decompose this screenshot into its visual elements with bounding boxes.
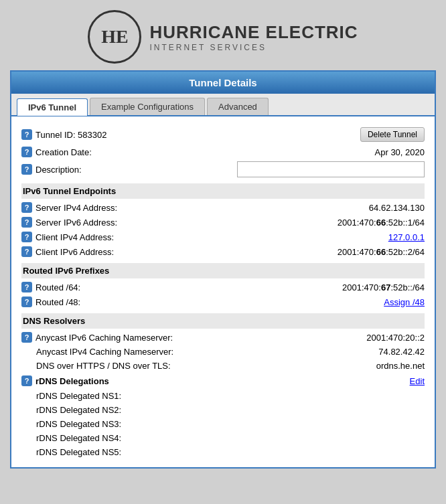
routed64-bold: 67 bbox=[381, 282, 390, 292]
description-row: ? Description: bbox=[21, 159, 425, 179]
server-ipv4-label-group: ? Server IPv4 Address: bbox=[21, 202, 369, 213]
rdns-info-icon[interactable]: ? bbox=[21, 375, 32, 386]
logo-subtitle: INTERNET SERVICES bbox=[149, 43, 358, 52]
rdns-ns4-row: rDNS Delegated NS4: bbox=[21, 431, 425, 445]
anycast-ipv4-row: Anycast IPv4 Caching Nameserver: 74.82.4… bbox=[21, 345, 425, 359]
anycast-ipv6-label: Anycast IPv6 Caching Nameserver: bbox=[35, 333, 173, 343]
routed48-label-group: ? Routed /48: bbox=[21, 297, 384, 307]
tab-ipv6-tunnel[interactable]: IPv6 Tunnel bbox=[17, 98, 88, 116]
routed64-row: ? Routed /64: 2001:470:67:52b::/64 bbox=[21, 280, 425, 295]
server-ipv6-info-icon[interactable]: ? bbox=[21, 217, 32, 228]
client-ipv6-label-group: ? Client IPv6 Address: bbox=[21, 246, 338, 257]
rdns-ns1-label: rDNS Delegated NS1: bbox=[36, 391, 121, 401]
creation-date-label-group: ? Creation Date: bbox=[21, 147, 375, 157]
creation-date-info-icon[interactable]: ? bbox=[21, 147, 32, 157]
content-area: ? Tunnel ID: 583302 Delete Tunnel ? Crea… bbox=[11, 116, 435, 467]
rdns-ns3-row: rDNS Delegated NS3: bbox=[21, 417, 425, 431]
server-ipv4-info-icon[interactable]: ? bbox=[21, 202, 32, 213]
creation-date-label: Creation Date: bbox=[35, 147, 92, 157]
client-ipv4-row: ? Client IPv4 Address: 127.0.0.1 bbox=[21, 230, 425, 244]
tunnel-id-label-group: ? Tunnel ID: 583302 bbox=[21, 129, 360, 140]
client-ipv4-label: Client IPv4 Address: bbox=[35, 232, 114, 242]
rdns-header-label: rDNS Delegations bbox=[35, 376, 109, 386]
tab-example-configurations[interactable]: Example Configurations bbox=[90, 98, 205, 115]
dns-https-row: DNS over HTTPS / DNS over TLS: ordns.he.… bbox=[21, 359, 425, 373]
routed64-pre: 2001:470: bbox=[342, 282, 381, 292]
routed48-info-icon[interactable]: ? bbox=[21, 297, 32, 307]
rdns-ns5-row: rDNS Delegated NS5: bbox=[21, 445, 425, 459]
client-ipv6-info-icon[interactable]: ? bbox=[21, 246, 32, 257]
logo-circle: HE bbox=[88, 10, 141, 64]
tabs-bar: IPv6 Tunnel Example Configurations Advan… bbox=[11, 94, 435, 116]
rdns-ns2-row: rDNS Delegated NS2: bbox=[21, 403, 425, 417]
client-ipv6-post: :52b::2/64 bbox=[386, 247, 425, 257]
dns-https-value: ordns.he.net bbox=[376, 361, 425, 371]
delete-tunnel-button[interactable]: Delete Tunnel bbox=[360, 127, 425, 142]
client-ipv4-label-group: ? Client IPv4 Address: bbox=[21, 232, 388, 242]
creation-date-row: ? Creation Date: Apr 30, 2020 bbox=[21, 145, 425, 159]
endpoints-section-header: IPv6 Tunnel Endpoints bbox=[21, 183, 425, 199]
description-label-group: ? Description: bbox=[21, 164, 237, 175]
routed-section-header: Routed IPv6 Prefixes bbox=[21, 263, 425, 278]
page-header: HE HURRICANE ELECTRIC INTERNET SERVICES bbox=[0, 0, 446, 70]
server-ipv4-row: ? Server IPv4 Address: 64.62.134.130 bbox=[21, 200, 425, 215]
server-ipv6-value: 2001:470:66:52b::1/64 bbox=[338, 218, 425, 228]
rdns-ns2-label: rDNS Delegated NS2: bbox=[36, 405, 121, 415]
anycast-ipv6-info-icon[interactable]: ? bbox=[21, 332, 32, 343]
routed64-info-icon[interactable]: ? bbox=[21, 282, 32, 292]
description-label: Description: bbox=[35, 165, 82, 175]
routed64-label: Routed /64: bbox=[35, 282, 80, 292]
routed48-label: Routed /48: bbox=[35, 297, 80, 307]
routed48-row: ? Routed /48: Assign /48 bbox=[21, 295, 425, 309]
rdns-header-row: ? rDNS Delegations Edit bbox=[21, 373, 425, 389]
anycast-ipv4-label: Anycast IPv4 Caching Nameserver: bbox=[36, 347, 173, 357]
rdns-label-group: ? rDNS Delegations bbox=[21, 375, 410, 386]
server-ipv6-label: Server IPv6 Address: bbox=[35, 218, 117, 228]
client-ipv6-bold: 66 bbox=[376, 247, 386, 257]
tab-advanced[interactable]: Advanced bbox=[207, 98, 269, 115]
tunnel-id-row: ? Tunnel ID: 583302 Delete Tunnel bbox=[21, 124, 425, 145]
rdns-ns5-label: rDNS Delegated NS5: bbox=[36, 447, 121, 457]
anycast-ipv6-label-group: ? Anycast IPv6 Caching Nameserver: bbox=[21, 332, 366, 343]
server-ipv6-bold: 66 bbox=[376, 218, 386, 228]
server-ipv6-pre: 2001:470: bbox=[338, 218, 376, 228]
rdns-ns4-label: rDNS Delegated NS4: bbox=[36, 433, 121, 443]
rdns-edit-link[interactable]: Edit bbox=[410, 376, 425, 386]
logo-title: HURRICANE ELECTRIC bbox=[149, 22, 358, 43]
rdns-ns1-row: rDNS Delegated NS1: bbox=[21, 389, 425, 403]
dns-section-header: DNS Resolvers bbox=[21, 313, 425, 329]
client-ipv6-row: ? Client IPv6 Address: 2001:470:66:52b::… bbox=[21, 244, 425, 259]
server-ipv4-label: Server IPv4 Address: bbox=[35, 203, 117, 213]
logo-text-block: HURRICANE ELECTRIC INTERNET SERVICES bbox=[149, 22, 358, 52]
client-ipv6-pre: 2001:470: bbox=[338, 247, 376, 257]
logo-he-text: HE bbox=[101, 26, 128, 48]
routed64-label-group: ? Routed /64: bbox=[21, 282, 342, 292]
routed48-value[interactable]: Assign /48 bbox=[384, 297, 425, 307]
server-ipv6-label-group: ? Server IPv6 Address: bbox=[21, 217, 338, 228]
client-ipv4-value[interactable]: 127.0.0.1 bbox=[388, 232, 425, 242]
dns-https-label: DNS over HTTPS / DNS over TLS: bbox=[36, 361, 171, 371]
server-ipv4-value: 64.62.134.130 bbox=[369, 203, 425, 213]
server-ipv6-post: :52b::1/64 bbox=[386, 218, 425, 228]
rdns-ns3-label: rDNS Delegated NS3: bbox=[36, 419, 121, 429]
anycast-ipv6-row: ? Anycast IPv6 Caching Nameserver: 2001:… bbox=[21, 330, 425, 345]
page-wrapper: HE HURRICANE ELECTRIC INTERNET SERVICES … bbox=[0, 0, 446, 469]
routed64-post: :52b::/64 bbox=[390, 282, 425, 292]
description-info-icon[interactable]: ? bbox=[21, 164, 32, 175]
routed64-value: 2001:470:67:52b::/64 bbox=[342, 282, 425, 292]
client-ipv6-label: Client IPv6 Address: bbox=[35, 247, 114, 257]
tunnel-id-label: Tunnel ID: 583302 bbox=[35, 130, 106, 140]
server-ipv6-row: ? Server IPv6 Address: 2001:470:66:52b::… bbox=[21, 215, 425, 230]
anycast-ipv6-value: 2001:470:20::2 bbox=[366, 333, 425, 343]
anycast-ipv4-value: 74.82.42.42 bbox=[378, 347, 425, 357]
creation-date-value: Apr 30, 2020 bbox=[375, 147, 425, 157]
panel-title: Tunnel Details bbox=[11, 72, 435, 94]
client-ipv4-info-icon[interactable]: ? bbox=[21, 232, 32, 242]
tunnel-id-info-icon[interactable]: ? bbox=[21, 129, 32, 140]
description-input[interactable] bbox=[237, 161, 425, 177]
client-ipv6-value: 2001:470:66:52b::2/64 bbox=[338, 247, 425, 257]
main-panel: Tunnel Details IPv6 Tunnel Example Confi… bbox=[10, 70, 436, 469]
